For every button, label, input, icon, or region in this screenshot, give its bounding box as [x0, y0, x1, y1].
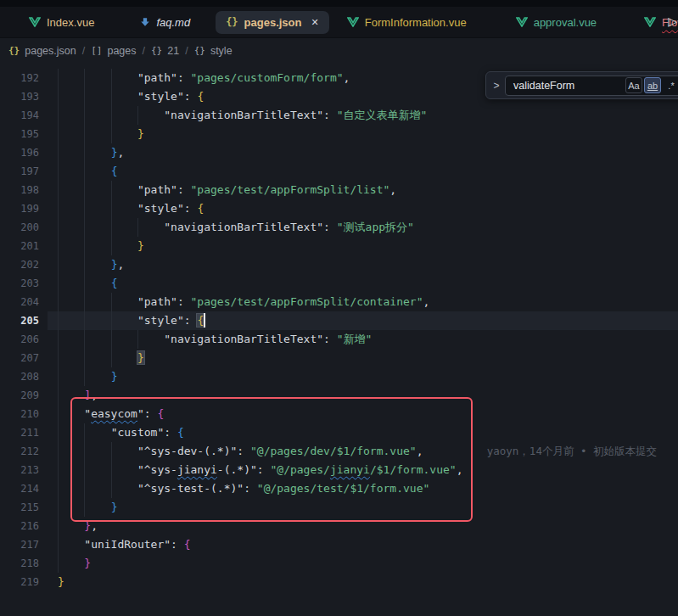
code-text[interactable]: }, [58, 255, 678, 274]
regex-button[interactable]: .* [663, 77, 678, 93]
code-line-207[interactable]: 207 } [0, 349, 678, 367]
code-line-210[interactable]: 210 "easycom": { [0, 405, 678, 423]
line-number[interactable]: 198 [0, 181, 39, 199]
code-line-199[interactable]: 199 "style": { [0, 199, 678, 218]
code-line-202[interactable]: 202 }, [0, 255, 678, 274]
line-number[interactable]: 192 [0, 69, 39, 87]
find-toggle-replace-chevron[interactable]: > [490, 80, 502, 92]
code-line-213[interactable]: 213 "^sys-jianyi-(.*)": "@/pages/jianyi/… [0, 461, 678, 479]
code-line-208[interactable]: 208 } [0, 367, 678, 386]
code-line-216[interactable]: 216 }, [0, 517, 678, 535]
code-line-209[interactable]: 209 ], [0, 386, 678, 405]
tab-approval-vue[interactable]: approval.vue [506, 11, 607, 34]
line-number[interactable]: 218 [0, 554, 39, 573]
code-line-212[interactable]: 212 "^sys-dev-(.*)": "@/pages/dev/$1/for… [0, 442, 678, 461]
code-text[interactable]: "^sys-dev-(.*)": "@/pages/dev/$1/form.vu… [58, 442, 678, 461]
code-text[interactable]: { [58, 274, 678, 293]
line-number[interactable]: 209 [0, 386, 39, 405]
tab-pages-json[interactable]: {}pages.json✕ [216, 11, 329, 34]
line-number[interactable]: 217 [0, 535, 39, 554]
code-line-217[interactable]: 217 "uniIdRouter": { [0, 535, 678, 554]
line-number[interactable]: 205 [0, 311, 39, 330]
line-number[interactable]: 206 [0, 330, 39, 349]
line-number[interactable]: 211 [0, 423, 39, 442]
find-input[interactable]: validateForm Aa ab .* [505, 76, 678, 96]
code-text[interactable]: "uniIdRouter": { [58, 535, 678, 554]
code-text[interactable]: "^sys-jianyi-(.*)": "@/pages/jianyi/$1/f… [58, 461, 678, 479]
code-text[interactable]: } [58, 349, 678, 367]
tab-overflow-icon[interactable]: ▷ [668, 14, 677, 28]
code-line-206[interactable]: 206 "navigationBarTitleText": "新增" [0, 330, 678, 349]
breadcrumb-item-pages[interactable]: []pages [91, 45, 136, 57]
code-line-211[interactable]: 211 "custom": { [0, 423, 678, 442]
line-number[interactable]: 203 [0, 274, 39, 293]
code-text[interactable]: } [58, 367, 678, 386]
line-number[interactable]: 215 [0, 498, 39, 517]
code-line-195[interactable]: 195 } [0, 125, 678, 143]
code-line-198[interactable]: 198 "path": "pages/test/appFormSplit/lis… [0, 181, 678, 199]
line-number[interactable]: 201 [0, 237, 39, 255]
whole-word-button[interactable]: ab [644, 77, 661, 93]
code-text[interactable]: }, [58, 517, 678, 535]
code-text[interactable]: ], [58, 386, 678, 405]
code-line-197[interactable]: 197 { [0, 162, 678, 181]
line-number[interactable]: 219 [0, 573, 39, 591]
code-text[interactable]: "custom": { [58, 423, 678, 442]
code-text[interactable]: "^sys-test-(.*)": "@/pages/test/$1/form.… [58, 479, 678, 498]
line-number[interactable]: 210 [0, 405, 39, 423]
code-line-205[interactable]: 205 "style": { [0, 311, 678, 330]
line-number[interactable]: 207 [0, 349, 39, 367]
code-text[interactable]: "navigationBarTitleText": "自定义表单新增" [58, 106, 678, 125]
code-text[interactable]: }, [58, 143, 678, 162]
code-text[interactable]: } [58, 573, 678, 591]
code-text[interactable]: "style": { [58, 311, 678, 330]
editor-pane[interactable]: 192 "path": "pages/customForm/form",193 … [0, 63, 678, 616]
code-line-218[interactable]: 218 } [0, 554, 678, 573]
json-string: "测试app拆分" [337, 221, 414, 233]
code-text[interactable]: "navigationBarTitleText": "测试app拆分" [58, 218, 678, 237]
code-line-215[interactable]: 215 } [0, 498, 678, 517]
breadcrumb-item-style[interactable]: {}style [194, 45, 233, 57]
breadcrumb-item-pages-json[interactable]: {}pages.json [8, 45, 76, 57]
line-number[interactable]: 196 [0, 143, 39, 162]
code-text[interactable]: } [58, 237, 678, 255]
code-line-200[interactable]: 200 "navigationBarTitleText": "测试app拆分" [0, 218, 678, 237]
line-number[interactable]: 212 [0, 442, 39, 461]
code-text[interactable]: "navigationBarTitleText": "新增" [58, 330, 678, 349]
breadcrumb-item-21[interactable]: {}21 [151, 45, 179, 57]
find-query-text[interactable]: validateForm [513, 80, 624, 92]
code-line-203[interactable]: 203 { [0, 274, 678, 293]
code-line-194[interactable]: 194 "navigationBarTitleText": "自定义表单新增" [0, 106, 678, 125]
line-number[interactable]: 199 [0, 199, 39, 218]
code-text[interactable]: "style": { [58, 199, 678, 218]
line-number[interactable]: 204 [0, 293, 39, 311]
line-number[interactable]: 213 [0, 461, 39, 479]
code-text[interactable]: } [58, 125, 678, 143]
line-number[interactable]: 208 [0, 367, 39, 386]
line-number[interactable]: 200 [0, 218, 39, 237]
line-number[interactable]: 197 [0, 162, 39, 181]
close-icon[interactable]: ✕ [311, 17, 319, 28]
code-text[interactable]: { [58, 162, 678, 181]
json-token: "path": [137, 295, 191, 308]
code-text[interactable]: } [58, 554, 678, 573]
match-case-button[interactable]: Aa [625, 77, 642, 93]
tab-forminformation-vue[interactable]: FormInformation.vue [337, 11, 477, 34]
tab-index-vue[interactable]: Index.vue [19, 11, 104, 34]
code-text[interactable]: } [58, 498, 678, 517]
code-text[interactable]: "path": "pages/test/appFormSplit/contain… [58, 293, 678, 311]
line-number[interactable]: 214 [0, 479, 39, 498]
line-number[interactable]: 216 [0, 517, 39, 535]
line-number[interactable]: 193 [0, 87, 39, 106]
code-line-196[interactable]: 196 }, [0, 143, 678, 162]
code-line-201[interactable]: 201 } [0, 237, 678, 255]
code-line-204[interactable]: 204 "path": "pages/test/appFormSplit/con… [0, 293, 678, 311]
code-line-214[interactable]: 214 "^sys-test-(.*)": "@/pages/test/$1/f… [0, 479, 678, 498]
code-text[interactable]: "path": "pages/test/appFormSplit/list", [58, 181, 678, 199]
code-text[interactable]: "easycom": { [58, 405, 678, 423]
line-number[interactable]: 195 [0, 125, 39, 143]
line-number[interactable]: 202 [0, 255, 39, 274]
code-line-219[interactable]: 219} [0, 573, 678, 591]
tab-faq-md[interactable]: faq.md [130, 11, 200, 34]
line-number[interactable]: 194 [0, 106, 39, 125]
